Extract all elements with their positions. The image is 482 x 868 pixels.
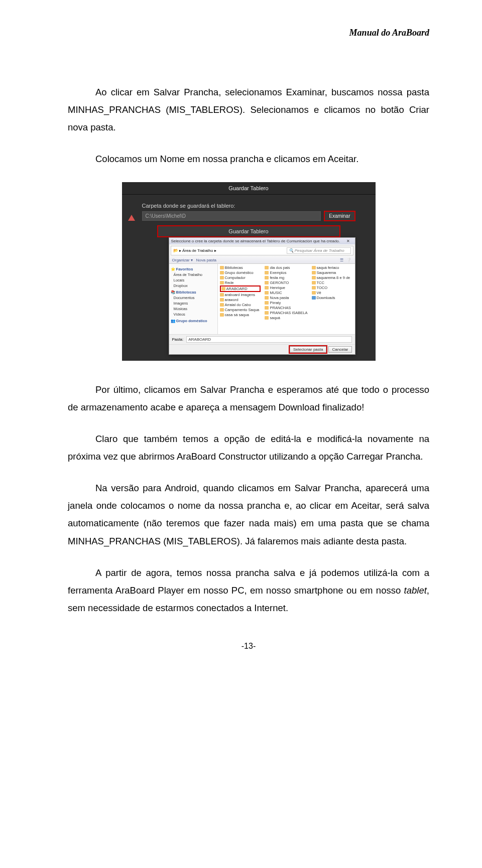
path-input[interactable]: C:\Users\Michel\D: [142, 211, 321, 221]
new-folder-button[interactable]: Nova pasta: [196, 258, 216, 262]
page-number: -13-: [68, 642, 429, 651]
view-options[interactable]: ☰ ❔: [340, 258, 352, 262]
paragraph-5: Na versão para Android, quando clicamos …: [68, 479, 429, 550]
guardar-tablero-button[interactable]: Guardar Tablero: [157, 225, 340, 237]
pasta-input[interactable]: ARABOARD: [186, 336, 351, 343]
select-folder-button[interactable]: Selecionar pasta: [290, 346, 327, 353]
pasta-label: Pasta:: [172, 337, 184, 342]
araboard-folder[interactable]: ARABOARD: [220, 285, 261, 292]
paragraph-3: Por último, clicamos em Salvar Prancha e…: [68, 381, 429, 416]
screenshot-figure: Guardar Tablero Carpeta donde se guardar…: [122, 182, 376, 361]
dialog-title: Seleccione o cree la carpeta donde se al…: [171, 239, 340, 243]
paragraph-6: A partir de agora, temos nossa prancha s…: [68, 564, 429, 617]
folder-list[interactable]: Bibliotecas Grupo doméstico Computador R…: [218, 264, 355, 334]
cancel-button[interactable]: Cancelar: [328, 346, 351, 353]
carpeta-label: Carpeta donde se guardará el tablero:: [142, 203, 355, 209]
warning-icon: [128, 215, 135, 221]
paragraph-2: Colocamos um Nome em nossa prancha e cli…: [68, 150, 429, 168]
breadcrumb[interactable]: 📂 ▸ Área de Trabalho ▸: [173, 248, 285, 253]
dialog-sidebar[interactable]: ⭐ Favoritos Área de Trabalho Locais Drop…: [169, 264, 218, 334]
paragraph-1: Ao clicar em Salvar Prancha, selecionamo…: [68, 83, 429, 136]
page-header: Manual do AraBoard: [68, 28, 429, 38]
window-controls[interactable]: ✕: [344, 239, 353, 243]
paragraph-4: Claro que também temos a opção de editá-…: [68, 430, 429, 465]
organize-menu[interactable]: Organizar ▾: [172, 258, 193, 262]
search-input[interactable]: 🔍 Pesquisar Área de Trabalho: [287, 247, 351, 254]
app-titlebar: Guardar Tablero: [122, 182, 376, 195]
examinar-button[interactable]: Examinar: [324, 211, 355, 221]
folder-dialog: Seleccione o cree la carpeta donde se al…: [169, 237, 355, 355]
